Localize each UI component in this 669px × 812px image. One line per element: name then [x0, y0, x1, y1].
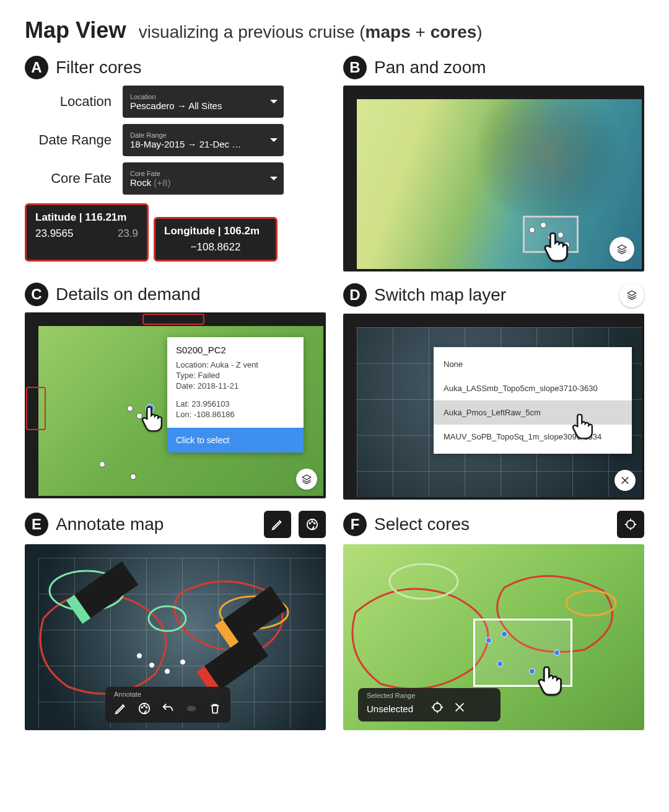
core-dot[interactable]	[136, 653, 142, 659]
range-value: Unselected	[367, 704, 413, 714]
badge-c: C	[25, 283, 48, 306]
lat-value-2: 23.9	[118, 227, 138, 240]
svg-point-10	[390, 564, 458, 599]
filter-row-corefate: Core Fate Core Fate Rock (+8)	[25, 162, 326, 195]
latitude-title: Latitude | 116.21m	[35, 211, 138, 224]
range-bar-label: Selected Range	[367, 692, 415, 699]
lat-value-1: 23.9565	[35, 227, 73, 240]
corefate-dropdown[interactable]: Core Fate Rock (+8)	[123, 162, 284, 195]
draw-button[interactable]	[114, 702, 128, 718]
badge-f: F	[343, 513, 367, 536]
location-dropdown[interactable]: Location Pescadero → All Sites	[123, 86, 284, 118]
dd-suffix: (+8)	[151, 177, 170, 188]
panel-a-title: Filter cores	[56, 58, 141, 77]
palette-button[interactable]	[299, 511, 326, 538]
core-dot[interactable]	[529, 227, 535, 233]
core-dot-selected[interactable]	[554, 650, 560, 656]
page-header: Map View visualizing a previous cruise (…	[25, 17, 644, 43]
daterange-dropdown[interactable]: Date Range 18-May-2015 → 21-Dec …	[123, 124, 284, 156]
svg-point-6	[473, 86, 622, 228]
map-view[interactable]	[343, 86, 644, 271]
hand-cursor-icon	[535, 665, 571, 701]
panel-f-title: Select cores	[374, 514, 470, 534]
core-dot[interactable]	[540, 222, 546, 228]
dd-label: Core Fate	[130, 170, 266, 177]
delete-button[interactable]	[208, 702, 222, 718]
layer-option-active[interactable]: Auka_Pmos_LeftRaw_5cm	[434, 400, 632, 425]
layers-fab[interactable]	[610, 237, 634, 262]
dd-text: Rock	[130, 177, 151, 188]
core-dot-selected[interactable]	[497, 661, 503, 667]
panel-c-title: Details on demand	[56, 285, 200, 304]
panel-details-on-demand: C Details on demand S0200_PC2 Location: …	[25, 283, 326, 500]
layer-option-none[interactable]: None	[434, 352, 632, 376]
core-dot[interactable]	[99, 461, 105, 467]
clear-button[interactable]	[453, 700, 466, 717]
svg-point-11	[566, 591, 616, 616]
dd-label: Location	[130, 93, 266, 100]
panel-switch-layer: D Switch map layer None Auka_LASSmb_Topo…	[343, 283, 644, 500]
map-view[interactable]: S0200_PC2 Location: Auka - Z vent Type: …	[25, 312, 326, 498]
tooltip-location: Location: Auka - Z vent	[176, 360, 295, 369]
filter-row-location: Location Location Pescadero → All Sites	[25, 86, 326, 118]
target-button[interactable]	[617, 511, 644, 538]
layer-option[interactable]: MAUV_SoPB_TopoSq_1m_slope3096-3334	[434, 425, 632, 449]
badge-d: D	[343, 283, 367, 307]
longitude-title: Longitude | 106.2m	[164, 225, 267, 237]
filter-row-daterange: Date Range Date Range 18-May-2015 → 21-D…	[25, 124, 326, 156]
hand-cursor-icon	[139, 405, 170, 436]
close-layers-fab[interactable]	[614, 470, 636, 491]
core-dot-selected[interactable]	[529, 668, 535, 674]
core-dot-selected[interactable]	[501, 631, 507, 637]
undo-button[interactable]	[161, 702, 175, 718]
layers-fab[interactable]	[296, 469, 317, 490]
badge-e: E	[25, 513, 48, 536]
lon-axis-highlight	[142, 314, 204, 325]
badge-a: A	[25, 56, 48, 79]
latitude-callout: Latitude | 116.21m 23.9565 23.9	[25, 203, 149, 262]
core-dot[interactable]	[130, 474, 136, 480]
longitude-callout: Longitude | 106.2m −108.8622	[154, 217, 278, 262]
layer-menu[interactable]: None Auka_LASSmb_Topo5cm_slope3710-3630 …	[434, 347, 632, 454]
selected-range-bar: Selected Range Unselected	[358, 688, 501, 722]
color-button[interactable]	[138, 702, 151, 718]
layer-option[interactable]: Auka_LASSmb_Topo5cm_slope3710-3630	[434, 376, 632, 400]
subtitle-bold2: cores	[431, 22, 477, 42]
hand-cursor-icon	[541, 231, 577, 267]
subtitle-bold1: maps	[365, 22, 411, 42]
blur-button[interactable]	[185, 702, 198, 718]
map-view[interactable]: None Auka_LASSmb_Topo5cm_slope3710-3630 …	[343, 314, 644, 500]
tooltip-cta[interactable]: Click to select	[167, 428, 304, 452]
core-dot-selected[interactable]	[486, 637, 492, 643]
core-tooltip: S0200_PC2 Location: Auka - Z vent Type: …	[167, 337, 304, 452]
panel-d-title: Switch map layer	[374, 285, 506, 305]
target-button[interactable]	[431, 700, 444, 717]
topo-relief	[343, 86, 644, 271]
subtitle-mid: +	[411, 22, 431, 42]
svg-point-8	[149, 606, 186, 631]
layers-fab[interactable]	[619, 283, 644, 307]
panel-filter-cores: A Filter cores Location Location Pescade…	[25, 56, 326, 271]
page-title: Map View	[25, 17, 126, 43]
core-dot[interactable]	[149, 662, 155, 668]
panel-annotate: E Annotate map Annotate	[25, 511, 326, 730]
page-subtitle: visualizing a previous cruise (maps + co…	[139, 22, 483, 42]
dd-value: Pescadero → All Sites	[130, 100, 266, 111]
pencil-button[interactable]	[264, 511, 291, 538]
panel-e-title: Annotate map	[56, 514, 164, 534]
subtitle-post: )	[476, 22, 482, 42]
panel-b-title: Pan and zoom	[374, 58, 486, 77]
panel-select-cores: F Select cores Selected Range	[343, 511, 644, 730]
filter-label-daterange: Date Range	[25, 132, 112, 148]
map-view[interactable]: Annotate	[25, 544, 326, 730]
map-view[interactable]: Selected Range Unselected	[343, 544, 644, 730]
coord-callouts: Latitude | 116.21m 23.9565 23.9 Longitud…	[25, 206, 326, 262]
panel-pan-zoom: B Pan and zoom	[343, 56, 644, 271]
annotate-toolbar: Annotate	[105, 687, 230, 723]
core-dot[interactable]	[180, 659, 186, 665]
core-dot[interactable]	[164, 668, 170, 674]
tooltip-type: Type: Failed	[176, 371, 295, 380]
dd-value: 18-May-2015 → 21-Dec …	[130, 139, 266, 149]
core-dot[interactable]	[127, 405, 133, 412]
filter-label-location: Location	[25, 94, 112, 110]
